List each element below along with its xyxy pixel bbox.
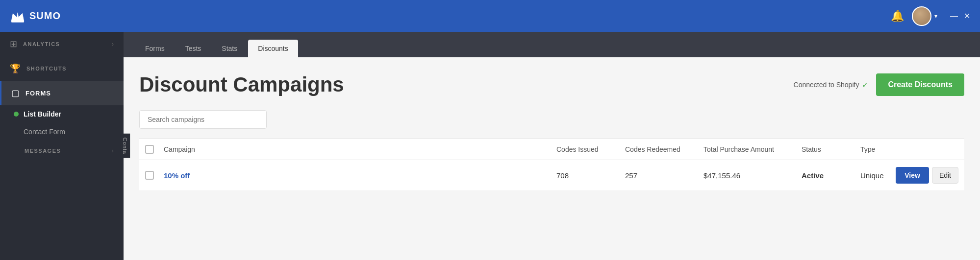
sidebar-item-contact-form[interactable]: Contact Form bbox=[0, 123, 124, 141]
connected-badge: Connected to Shopify ✓ bbox=[794, 80, 869, 90]
tab-stats[interactable]: Stats bbox=[212, 40, 247, 57]
search-bar bbox=[139, 110, 964, 129]
table-header: Campaign Codes Issued Codes Redeemed Tot… bbox=[139, 139, 964, 160]
tab-tests[interactable]: Tests bbox=[176, 40, 211, 57]
shortcuts-label: Shortcuts bbox=[26, 66, 67, 71]
topbar-right: 🔔 ▾ — ✕ bbox=[891, 6, 970, 26]
header-total-purchase: Total Purchase Amount bbox=[700, 145, 798, 153]
status-cell: Active bbox=[798, 171, 856, 180]
campaign-link[interactable]: 10% off bbox=[164, 171, 190, 180]
sidebar-item-messages[interactable]: Messages › bbox=[0, 141, 124, 161]
campaigns-table: Campaign Codes Issued Codes Redeemed Tot… bbox=[139, 139, 964, 191]
contact-form-spacer bbox=[14, 129, 19, 134]
create-discounts-button[interactable]: Create Discounts bbox=[876, 73, 964, 96]
header-codes-issued: Codes Issued bbox=[553, 145, 621, 153]
messages-label: Messages bbox=[25, 148, 61, 154]
table-row: 10% off 708 257 $47,155.46 Active Unique… bbox=[139, 160, 964, 191]
header-right: Connected to Shopify ✓ Create Discounts bbox=[794, 73, 964, 96]
edit-button[interactable]: Edit bbox=[932, 167, 958, 184]
header-campaign: Campaign bbox=[160, 145, 553, 153]
header-type: Type bbox=[856, 145, 905, 153]
header-status: Status bbox=[798, 145, 856, 153]
avatar-chevron-icon: ▾ bbox=[934, 13, 937, 20]
page-header: Discount Campaigns Connected to Shopify … bbox=[139, 73, 964, 96]
forms-icon: ▢ bbox=[11, 88, 20, 98]
avatar-image bbox=[913, 7, 930, 25]
row-checkbox[interactable] bbox=[145, 171, 154, 180]
tab-forms[interactable]: Forms bbox=[135, 40, 175, 57]
topbar: SUMO 🔔 ▾ — ✕ bbox=[0, 0, 980, 32]
connected-text: Connected to Shopify bbox=[794, 81, 859, 89]
analytics-icon: ⊞ bbox=[10, 39, 17, 49]
codes-issued-cell: 708 bbox=[553, 171, 621, 180]
minimize-button[interactable]: — bbox=[950, 12, 958, 21]
svg-marker-0 bbox=[11, 12, 24, 21]
topbar-left: SUMO bbox=[10, 9, 61, 23]
search-input[interactable] bbox=[139, 110, 267, 129]
sumo-logo: SUMO bbox=[10, 9, 61, 23]
content-area: Forms Tests Stats Discounts Discount Cam… bbox=[124, 32, 980, 260]
analytics-chevron-icon: › bbox=[112, 41, 114, 47]
svg-rect-1 bbox=[11, 20, 24, 22]
tab-bar: Forms Tests Stats Discounts bbox=[124, 32, 980, 57]
header-codes-redeemed: Codes Redeemed bbox=[621, 145, 700, 153]
avatar bbox=[912, 6, 931, 26]
messages-chevron-icon: › bbox=[112, 147, 114, 154]
close-button[interactable]: ✕ bbox=[964, 11, 970, 21]
page-title: Discount Campaigns bbox=[139, 73, 344, 96]
forms-label: Forms bbox=[25, 90, 51, 97]
campaign-name-cell: 10% off bbox=[160, 171, 553, 180]
analytics-label: Analytics bbox=[23, 41, 60, 47]
view-button[interactable]: View bbox=[896, 167, 929, 184]
list-builder-dot bbox=[14, 112, 19, 117]
total-purchase-cell: $47,155.46 bbox=[700, 171, 798, 180]
check-icon: ✓ bbox=[862, 80, 868, 90]
window-controls: — ✕ bbox=[950, 11, 970, 21]
page-content: Discount Campaigns Connected to Shopify … bbox=[124, 57, 980, 260]
sidebar-item-forms[interactable]: ▢ Forms bbox=[0, 81, 124, 105]
sidebar-item-list-builder[interactable]: List Builder bbox=[0, 105, 124, 123]
shortcuts-icon: 🏆 bbox=[10, 63, 21, 74]
crown-icon bbox=[10, 9, 25, 23]
codes-redeemed-cell: 257 bbox=[621, 171, 700, 180]
app-name: SUMO bbox=[29, 10, 61, 22]
sidebar-item-shortcuts[interactable]: 🏆 Shortcuts bbox=[0, 56, 124, 81]
notification-icon[interactable]: 🔔 bbox=[891, 10, 904, 23]
sidebar: ⊞ Analytics › 🏆 Shortcuts ▢ Forms List B… bbox=[0, 32, 124, 260]
contact-form-label: Contact Form bbox=[24, 128, 65, 136]
tab-discounts[interactable]: Discounts bbox=[248, 40, 298, 57]
row-actions: View Edit bbox=[905, 167, 964, 184]
floating-tab[interactable]: Conta bbox=[120, 134, 130, 158]
header-checkbox[interactable] bbox=[145, 145, 154, 154]
main-layout: ⊞ Analytics › 🏆 Shortcuts ▢ Forms List B… bbox=[0, 32, 980, 260]
sidebar-item-analytics[interactable]: ⊞ Analytics › bbox=[0, 32, 124, 56]
avatar-button[interactable]: ▾ bbox=[912, 6, 937, 26]
list-builder-label: List Builder bbox=[24, 110, 61, 118]
